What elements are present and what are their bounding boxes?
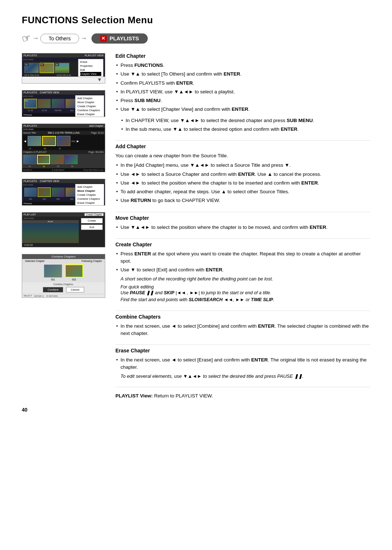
arrow-right-1: → (32, 35, 39, 42)
section-add-chapter: Add Chapter You can create a new chapter… (115, 143, 370, 205)
cc-bold-1: ENTER (134, 251, 151, 256)
era-bold-1: ENTER (251, 357, 268, 363)
divider-1 (115, 140, 370, 141)
cv4-l2: 002 (38, 198, 51, 200)
menu2-playlist: PLAYLIST View (77, 116, 102, 117)
screen4-chapter-view: CHAPTER VIEW (40, 180, 59, 182)
screen5-timecode: 0:00:35 (22, 243, 79, 247)
screen2-playlists: PLAYLISTS (24, 91, 37, 94)
chapter-box-1: 001 (44, 264, 62, 281)
move-chapter-title: Move Chapter (115, 215, 370, 221)
comb-bold-1: ENTER (258, 323, 275, 329)
cv-l1: 01 25 (24, 109, 37, 112)
menu4-create: Create Chapter (77, 193, 102, 197)
screen1-label-playlists: PLAYLISTS (24, 54, 37, 57)
ec-bullet-1: Press FUNCTIONS. (115, 62, 370, 69)
previous-btn: Previous (24, 114, 32, 116)
screen3-playlists: PLAYLISTS (24, 125, 37, 127)
combine-header: Combine Chapters (22, 254, 105, 259)
ec-note-bullets: In CHAPTER VIEW, use ▼▲◄► to select the … (121, 117, 370, 133)
thumb-label-1: 01 (25, 63, 29, 66)
combine-column-labels: Selected Chapter Following Chapter (22, 259, 105, 263)
combine-action-combine[interactable]: Combine (43, 287, 63, 292)
timestamp-1: 22/ 9 THU 0:10 (24, 74, 39, 76)
ec-bold-1: FUNCTIONS (134, 62, 163, 68)
main-layout: PLAYLISTS PLAYLIST VIEW DVD-RAM 01 01 (22, 53, 370, 400)
comb-bullet-1: In the next screen, use ◄ to select [Com… (115, 323, 370, 337)
source-title-values: BBC1 1/10 FRI TERRA-LUNA (48, 132, 79, 134)
cv-l2: 01 55 (38, 109, 51, 112)
ac-bold-3: ENTER (301, 180, 318, 186)
menu-edit: Edit (80, 68, 101, 72)
cc-bold-2: ENTER (206, 267, 222, 272)
quick-text-2: Find the start and end points with SLOW/… (121, 296, 370, 303)
screen2-menu: Add Chapter Move Chapter Create Chapter … (75, 95, 104, 117)
to-others-button[interactable]: To Others (40, 34, 79, 43)
source-title-row: Source Title: BBC1 1/10 FRI TERRA-LUNA P… (22, 131, 105, 135)
chapters-label: Chapters in PLAYLIST (23, 151, 47, 153)
screen-create-chapter: PLAY LIST Create Chapter DVD-RAM PLAY 0:… (22, 212, 105, 247)
playlists-nav: ✕ PLAYLISTS (91, 33, 148, 44)
pt3 (51, 155, 64, 164)
bb-enter: ENTER ⊙ (23, 169, 32, 171)
ec-note-b1: In CHAPTER VIEW, use ▼▲◄► to select the … (121, 117, 370, 124)
screen1-header: PLAYLISTS PLAYLIST VIEW (22, 53, 105, 57)
cv-l3: FRI FRI (52, 109, 65, 112)
screen5-playlist: PLAY LIST (24, 213, 36, 216)
ec-bullet-2: Use ▼▲ to select [To Others] and confirm… (115, 70, 370, 78)
erase-chapter-title: Erase Chapter (115, 348, 370, 353)
menu4-erase: Erase Chapter (77, 201, 102, 205)
playlist-view-note: PLAYLIST View: Return to PLAYLIST VIEW. (115, 392, 370, 400)
combine-thumb-1 (44, 264, 62, 278)
ac-bold-2: ENTER (238, 171, 255, 177)
combine-bottom-bar: SELECT ENTER ⊙ ⑤ RETURN (22, 294, 105, 298)
ac-bullet-2: Use ◄► to select a Source Chapter and co… (115, 171, 370, 178)
bb-sub-menu: ⑤ SUB MENU (52, 169, 65, 171)
previous-btn-4: Previous (24, 202, 32, 205)
screen1-menu: Erase Properties Edit Chapter View (78, 59, 103, 77)
divider-6 (115, 387, 370, 387)
section-combine-chapters: Combine Chapters In the next screen, use… (115, 314, 370, 337)
arrow-right-2: → (81, 35, 87, 42)
left-arrow-btn[interactable]: ◄ (23, 139, 27, 143)
combine-chapters-title: Combine Chapters (115, 314, 370, 320)
menu4-add: Add Chapter (77, 185, 102, 189)
sl2: 01 (38, 147, 52, 150)
erase-chapter-bullets: In the next screen, use ◄ to select [Era… (115, 356, 370, 371)
ct1: 01● (24, 99, 37, 108)
hand-icon: ☞ (20, 31, 32, 45)
combine-body: 001 002 (22, 263, 105, 282)
source-thumbs: ◄ ⑤31 ► (22, 135, 105, 147)
left-column: PLAYLISTS PLAYLIST VIEW DVD-RAM 01 01 (22, 53, 105, 400)
cv4-l1: 001 (24, 198, 37, 200)
screen3-header: PLAYLISTS Add Chapter (22, 124, 105, 128)
ec-note-1: In CHAPTER VIEW, use ▼▲◄► to select the … (121, 117, 370, 133)
combine-action-btns: Combine Cancel (22, 286, 105, 294)
source-thumb-3 (57, 136, 70, 146)
mc3 (52, 187, 65, 197)
nav-bar: ☞ → To Others → ✕ PLAYLISTS (22, 32, 370, 44)
combine-chapters-bullets: In the next screen, use ◄ to select [Com… (115, 323, 370, 337)
pt4 (65, 155, 78, 164)
right-arrow-btn[interactable]: ► (76, 139, 80, 143)
menu2-add: Add Chapter (77, 96, 102, 100)
chapter-box-2: 002 (65, 264, 83, 281)
divider-5 (115, 344, 370, 345)
add-chapter-title: Add Chapter (115, 143, 370, 149)
screen5-buttons: Create Exit (79, 217, 105, 247)
ec-bold-6: ENTER (232, 106, 248, 112)
mc-bold-1: ENTER (310, 225, 326, 230)
cc-note-italic: A short section of the recording right b… (121, 275, 370, 283)
screen2-chapter-view: CHAPTER VIEW (40, 91, 59, 94)
ec-bullet-6: Use ▼▲ to select [Chapter View] and conf… (115, 106, 370, 113)
qt-skip: SKIP (164, 290, 174, 295)
create-btn[interactable]: Create (81, 218, 103, 223)
menu2-create: Create Chapter (77, 104, 102, 108)
exit-btn[interactable]: Exit (81, 225, 103, 230)
ac-bullet-5: Use RETURN to go back to CHAPTER VIEW. (115, 197, 370, 204)
ptl2: 02 (37, 165, 50, 167)
combine-num-1: 001 (51, 278, 55, 281)
ac-bullet-3: Use ◄► to select the position where the … (115, 179, 370, 187)
add-chapter-intro: You can create a new chapter from the So… (115, 152, 370, 159)
combine-action-cancel[interactable]: Cancel (66, 287, 84, 292)
